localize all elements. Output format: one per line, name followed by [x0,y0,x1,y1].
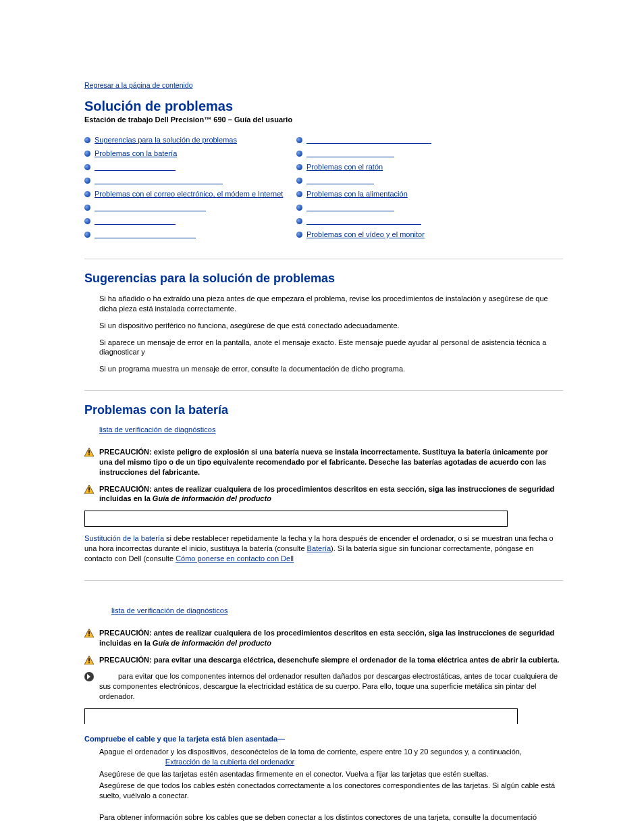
divider [84,390,563,391]
toc-link-blank[interactable] [95,230,196,238]
caution-shock: PRECAUCIÓN: para evitar una descarga elé… [84,655,563,665]
bullet-icon [84,137,90,143]
contact-dell-link[interactable]: Cómo ponerse en contacto con Dell [176,554,294,563]
toc-item [296,134,563,148]
note-body: para evitar que los componentes internos… [99,672,558,700]
toc-link[interactable]: Problemas con el vídeo y el monitor [306,230,425,238]
diagnostics-link-row: lista de verificación de diagnósticos [99,425,563,440]
remove-cover-link[interactable]: Extracción de la cubierta del ordenador [165,758,294,766]
bullet-icon [84,218,90,224]
paragraph: Si un dispositivo periférico no funciona… [99,321,563,331]
bullet-icon [84,178,90,184]
toc-item [296,148,563,161]
content-box [84,511,508,527]
caution-safety: PRECAUCIÓN: antes de realizar cualquiera… [84,628,563,648]
toc-link-blank[interactable] [95,176,223,184]
caution-text: PRECAUCIÓN: existe peligro de explosión … [99,447,563,477]
divider [84,580,563,581]
toc-link-blank[interactable] [95,217,176,225]
procedure-subhead: Compruebe el cable y que la tarjeta está… [84,735,563,743]
caution-label: PRECAUCIÓN: [99,485,152,493]
step: Asegúrese de que todos los cables estén … [99,781,563,802]
toc-link-blank[interactable] [306,217,421,225]
svg-rect-2 [88,454,90,456]
section-body-tips: Si ha añadido o ha extraído una pieza an… [99,294,563,374]
toc-item [84,215,292,229]
page-subtitle: Estación de trabajo Dell Precision™ 690 … [84,115,563,124]
diagnostics-link-row: lista de verificación de diagnósticos [111,606,563,621]
note-esd: para evitar que los componentes internos… [84,671,563,702]
bullet-icon [296,191,302,197]
bullet-icon [84,205,90,211]
svg-rect-4 [88,487,90,490]
toc-item: Problemas con el ratón [296,161,563,175]
toc-link[interactable]: Problemas con el ratón [306,163,383,171]
caution-body: para evitar una descarga eléctrica, dese… [152,656,560,664]
svg-rect-10 [88,658,90,661]
caution-explosion: PRECAUCIÓN: existe peligro de explosión … [84,447,563,477]
battery-link[interactable]: Batería [307,544,331,552]
toc-item [84,202,292,215]
toc-link-blank[interactable] [306,203,394,211]
back-to-contents[interactable]: Regresar a la página de contenido [84,81,563,89]
warning-icon [84,485,94,494]
bullet-icon [296,151,302,157]
toc-item: Problemas con el correo electrónico, el … [84,188,292,202]
caution-doc-title: Guía de información del producto [153,639,271,647]
paragraph: Si un programa muestra un mensaje de err… [99,364,563,374]
page-title: Solución de problemas [84,99,563,114]
diagnostics-checklist-link[interactable]: lista de verificación de diagnósticos [99,425,215,434]
caution-text: PRECAUCIÓN: para evitar una descarga elé… [99,655,563,665]
toc-link[interactable]: Problemas con el correo electrónico, el … [95,190,283,198]
toc-item [84,229,292,242]
procedure-steps: Apague el ordenador y los dispositivos, … [99,747,563,823]
bullet-icon [296,178,302,184]
caution-label: PRECAUCIÓN: [99,656,152,664]
inline-subhead: Sustitución de la batería [84,534,164,542]
note-icon [84,672,94,681]
back-link[interactable]: Regresar a la página de contenido [84,81,193,89]
toc-column-left: Sugerencias para la solución de problema… [84,134,292,242]
toc-item: Problemas con la alimentación [296,188,563,202]
bullet-icon [84,164,90,170]
bullet-icon [296,137,302,143]
battery-replacement-paragraph: Sustitución de la batería si debe restab… [84,533,563,564]
toc-link-blank[interactable] [95,203,206,211]
toc-column-right: Problemas con el ratónProblemas con la a… [296,134,563,242]
bullet-icon [296,232,302,238]
toc-link[interactable]: Problemas con la batería [95,149,177,157]
caution-text: PRECAUCIÓN: antes de realizar cualquiera… [99,484,563,504]
toc-item [296,202,563,215]
toc-link[interactable]: Sugerencias para la solución de problema… [95,136,237,144]
diagnostics-checklist-link[interactable]: lista de verificación de diagnósticos [111,606,227,615]
svg-rect-7 [88,631,90,634]
step: Asegúrese de que las tarjetas estén asen… [99,769,563,779]
bullet-icon [84,232,90,238]
toc-link-blank[interactable] [306,149,394,157]
toc-item [84,161,292,175]
paragraph: Si ha añadido o ha extraído una pieza an… [99,294,563,314]
divider [84,259,563,259]
warning-icon [84,629,94,637]
warning-icon [84,448,94,457]
step: Para obtener información sobre los cable… [99,812,563,823]
toc-item: Problemas con el vídeo y el monitor [296,229,563,242]
toc-item [296,215,563,229]
section-heading-battery: Problemas con la batería [84,403,563,417]
toc-link[interactable]: Problemas con la alimentación [306,190,408,198]
svg-rect-11 [88,662,90,663]
content-box [84,708,518,724]
document-page: Regresar a la página de contenido Soluci… [0,0,644,834]
caution-body: existe peligro de explosión si una bater… [99,448,548,476]
bullet-icon [296,218,302,224]
warning-icon [84,656,94,664]
caution-text: PRECAUCIÓN: antes de realizar cualquiera… [99,628,563,648]
bullet-icon [84,191,90,197]
toc-item [296,175,563,188]
section-heading-tips: Sugerencias para la solución de problema… [84,271,563,286]
step-link-row: Extracción de la cubierta del ordenador [99,757,563,767]
toc-link-blank[interactable] [306,176,374,184]
toc-link-blank[interactable] [95,163,176,171]
toc-link-blank[interactable] [306,136,431,144]
svg-rect-1 [88,450,90,454]
